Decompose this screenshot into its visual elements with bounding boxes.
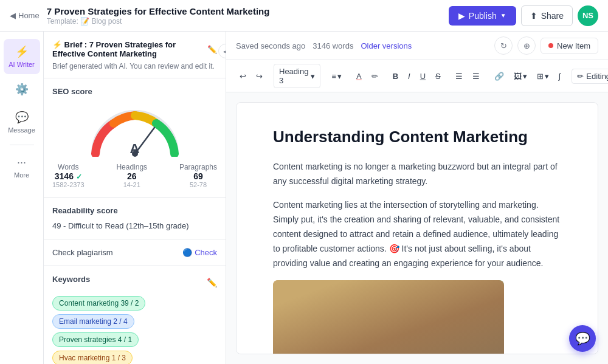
sidebar-item-message[interactable]: 💬 Message bbox=[4, 105, 40, 140]
toolbar-right: ↻ ⊕ New Item bbox=[494, 36, 598, 55]
avatar: NS bbox=[578, 5, 598, 26]
keyword-tags: Content marketing 39 / 2 Email marketing… bbox=[52, 296, 217, 364]
arrow-left-icon: ◀ bbox=[10, 11, 16, 20]
top-header: ◀ Home 7 Proven Strategies for Effective… bbox=[0, 0, 608, 32]
strikethrough-button[interactable]: S bbox=[432, 69, 444, 83]
main-layout: ⚡ AI Writer ⚙️ 💬 Message ··· More ◀ ⚡ Br… bbox=[0, 32, 608, 364]
sidebar-item-more[interactable]: ··· More bbox=[4, 150, 40, 185]
document-title: 7 Proven Strategies for Effective Conten… bbox=[47, 6, 441, 16]
link-button[interactable]: 🔗 bbox=[491, 69, 508, 83]
highlight-button[interactable]: ✏ bbox=[368, 69, 382, 83]
keywords-title: Keywords bbox=[52, 275, 90, 284]
plagiarism-check-button[interactable]: 🔵 Check bbox=[182, 248, 217, 257]
info-button[interactable]: ⊕ bbox=[517, 36, 536, 55]
keyword-tag[interactable]: Hvac marketing 1 / 3 bbox=[52, 351, 133, 364]
readability-section: Readability score 49 - Difficult to Read… bbox=[44, 197, 226, 239]
bullet-list-button[interactable]: ☰ bbox=[452, 69, 466, 83]
check-label: Check bbox=[195, 248, 217, 257]
sidebar-item-ai-writer[interactable]: ⚡ AI Writer bbox=[4, 39, 40, 74]
chevron-down-icon: ▾ bbox=[337, 72, 342, 81]
chevron-down-icon: ▾ bbox=[523, 72, 527, 81]
nav-sidebar: ⚡ AI Writer ⚙️ 💬 Message ··· More bbox=[0, 32, 44, 364]
bold-button[interactable]: B bbox=[389, 69, 402, 83]
document-template: Template: 📝 Blog post bbox=[47, 17, 441, 26]
content-image bbox=[273, 280, 504, 354]
sidebar-item-label-more: More bbox=[14, 171, 29, 179]
sidebar-item-settings[interactable]: ⚙️ bbox=[4, 77, 40, 102]
publish-label: Publish bbox=[469, 11, 497, 21]
plagiarism-section: Check plagiarism 🔵 Check bbox=[44, 239, 226, 266]
undo-button[interactable]: ↩ bbox=[236, 69, 250, 83]
refresh-button[interactable]: ↻ bbox=[494, 36, 513, 55]
share-button[interactable]: ⬆ Share bbox=[521, 5, 573, 26]
keywords-header: Keywords ✏️ bbox=[52, 275, 217, 290]
seo-section-title: SEO score bbox=[52, 87, 217, 96]
underline-button[interactable]: U bbox=[416, 69, 429, 83]
keywords-section: Keywords ✏️ Content marketing 39 / 2 Ema… bbox=[44, 266, 226, 364]
header-actions: ▶ Publish ▼ ⬆ Share NS bbox=[449, 5, 598, 26]
saved-status: Saved seconds ago bbox=[236, 41, 305, 50]
new-item-button[interactable]: New Item bbox=[541, 38, 598, 54]
red-dot-icon bbox=[548, 43, 553, 48]
align-button[interactable]: ≡ ▾ bbox=[328, 69, 345, 83]
share-label: Share bbox=[541, 11, 564, 21]
publish-button[interactable]: ▶ Publish ▼ bbox=[449, 6, 516, 26]
share-icon: ⬆ bbox=[530, 11, 537, 21]
plagiarism-label: Check plagiarism bbox=[52, 248, 113, 257]
heading-select[interactable]: Heading 3 ▾ bbox=[274, 64, 320, 88]
table-button[interactable]: ⊞ ▾ bbox=[533, 69, 553, 83]
content-paragraph-2: Content marketing lies at the intersecti… bbox=[273, 198, 561, 270]
editing-mode-button[interactable]: ✏ Editing ▾ bbox=[572, 69, 608, 84]
formula-button[interactable]: ∫ bbox=[555, 69, 565, 83]
sidebar-item-label-message: Message bbox=[8, 126, 35, 134]
redo-button[interactable]: ↪ bbox=[252, 69, 266, 83]
check-icon: 🔵 bbox=[182, 248, 192, 257]
text-color-button[interactable]: A bbox=[353, 69, 365, 83]
brief-section: ⚡ Brief : 7 Proven Strategies for Effect… bbox=[44, 32, 226, 78]
home-label: Home bbox=[18, 11, 40, 20]
message-icon: 💬 bbox=[15, 111, 29, 124]
sidebar-item-label-ai-writer: AI Writer bbox=[9, 61, 35, 68]
readability-score-text: 49 - Difficult to Read (12th–15th grade) bbox=[52, 221, 217, 230]
chat-fab-button[interactable]: 💬 bbox=[569, 325, 596, 352]
brief-title: ⚡ Brief : 7 Proven Strategies for Effect… bbox=[52, 40, 217, 58]
brief-description: Brief generated with AI. You can review … bbox=[52, 61, 217, 72]
editor-content[interactable]: Understanding Content Marketing Content … bbox=[236, 102, 598, 354]
keywords-edit-icon[interactable]: ✏️ bbox=[207, 278, 217, 287]
new-item-label: New Item bbox=[557, 41, 590, 50]
gear-icon: ⚙️ bbox=[15, 83, 29, 96]
keyword-tag[interactable]: Email marketing 2 / 4 bbox=[52, 314, 134, 329]
stat-paragraphs: Paragraphs 69 52-78 bbox=[179, 163, 217, 188]
brief-title-text: ⚡ Brief : 7 Proven Strategies for Effect… bbox=[52, 40, 205, 58]
seo-gauge: A bbox=[52, 102, 217, 157]
toolbar-left: Saved seconds ago 3146 words Older versi… bbox=[236, 41, 412, 50]
keyword-tag[interactable]: Content marketing 39 / 2 bbox=[52, 296, 145, 311]
home-button[interactable]: ◀ Home bbox=[10, 11, 40, 20]
seo-section: SEO score bbox=[44, 78, 226, 197]
older-versions-link[interactable]: Older versions bbox=[361, 41, 412, 50]
format-bar: ↩ ↪ Heading 3 ▾ ≡ ▾ A ✏ B I U S ☰ ☰ 🔗 🖼 … bbox=[226, 60, 608, 92]
pencil-icon: ✏ bbox=[577, 72, 584, 81]
content-paragraph-1: Content marketing is no longer a marketi… bbox=[273, 160, 561, 189]
numbered-list-button[interactable]: ☰ bbox=[469, 69, 483, 83]
image-button[interactable]: 🖼 ▾ bbox=[510, 69, 531, 83]
seo-stats: Words 3146 ✓ 1582-2373 Headings 26 14-21… bbox=[52, 163, 217, 188]
nav-divider bbox=[10, 145, 34, 145]
chat-icon: 💬 bbox=[575, 331, 590, 346]
editing-label: Editing bbox=[586, 72, 608, 81]
word-count: 3146 words bbox=[313, 41, 353, 50]
chevron-down-icon: ▾ bbox=[545, 72, 549, 81]
editor-toolbar-top: Saved seconds ago 3146 words Older versi… bbox=[226, 32, 608, 60]
publish-icon: ▶ bbox=[458, 11, 465, 21]
italic-button[interactable]: I bbox=[404, 69, 414, 83]
panel-sidebar: ◀ ⚡ Brief : 7 Proven Strategies for Effe… bbox=[44, 32, 226, 364]
more-icon: ··· bbox=[17, 156, 26, 169]
keyword-tag[interactable]: Proven strategies 4 / 1 bbox=[52, 332, 139, 347]
header-title-area: 7 Proven Strategies for Effective Conten… bbox=[47, 6, 441, 26]
seo-grade: A bbox=[130, 141, 140, 157]
readability-title: Readability score bbox=[52, 206, 217, 215]
content-image-inner bbox=[273, 280, 504, 354]
bolt-icon: ⚡ bbox=[15, 45, 29, 58]
heading-label: Heading 3 bbox=[279, 67, 308, 85]
edit-icon[interactable]: ✏️ bbox=[207, 45, 217, 54]
